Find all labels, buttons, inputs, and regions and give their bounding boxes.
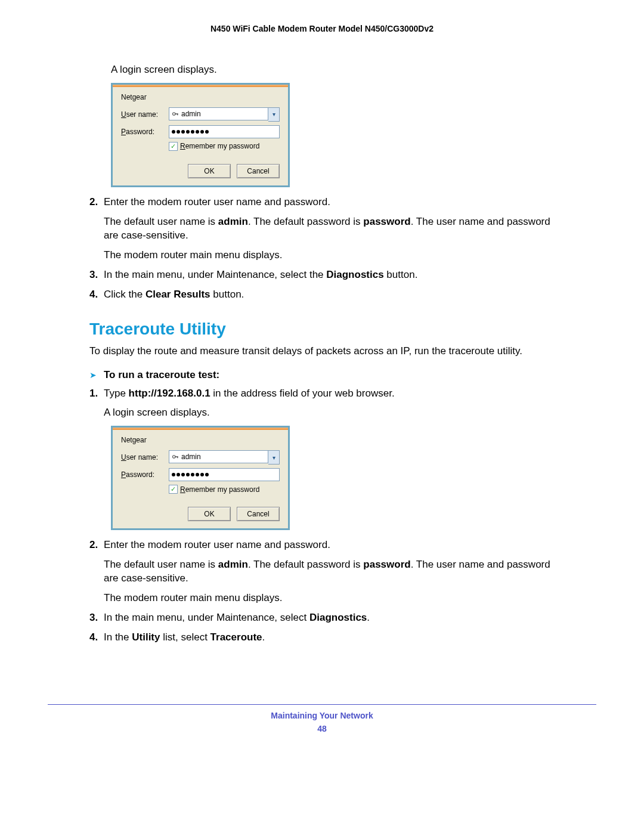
username-label: User name: <box>121 453 169 462</box>
arrow-icon: ➤ <box>89 370 97 380</box>
step-number: 2. <box>89 196 104 262</box>
username-value: admin <box>181 110 201 118</box>
ok-button[interactable]: OK <box>188 507 231 521</box>
document-header: N450 WiFi Cable Modem Router Model N450/… <box>89 24 555 33</box>
chevron-down-icon: ▾ <box>273 111 275 117</box>
step-paragraph: The default user name is admin. The defa… <box>104 558 555 586</box>
username-dropdown-button[interactable]: ▾ <box>268 107 280 122</box>
step-paragraph: The default user name is admin. The defa… <box>104 215 555 243</box>
step-text: In the Utility list, select Traceroute. <box>104 631 555 645</box>
step-text: Enter the modem router user name and pas… <box>104 538 555 552</box>
key-icon <box>172 110 179 117</box>
username-field[interactable]: admin <box>169 450 268 463</box>
chevron-down-icon: ▾ <box>273 454 275 461</box>
cancel-button[interactable]: Cancel <box>237 164 280 178</box>
password-field[interactable] <box>169 125 280 138</box>
key-icon <box>172 453 179 460</box>
step-number: 2. <box>89 538 104 605</box>
step-number: 3. <box>89 611 104 625</box>
cancel-button[interactable]: Cancel <box>237 507 280 521</box>
svg-rect-5 <box>177 457 178 459</box>
step-paragraph: The modem router main menu displays. <box>104 592 555 605</box>
password-field[interactable] <box>169 468 280 481</box>
dialog-realm: Netgear <box>121 436 280 444</box>
step-number: 1. <box>89 387 104 420</box>
username-field[interactable]: admin <box>169 107 268 120</box>
svg-rect-2 <box>177 113 178 115</box>
section-title-traceroute: Traceroute Utility <box>89 320 555 339</box>
step-text: Click the Clear Results button. <box>104 288 555 302</box>
step-number: 4. <box>89 631 104 645</box>
login-dialog: Netgear User name: admin ▾ <box>111 426 290 530</box>
step-text: Enter the modem router user name and pas… <box>104 196 555 209</box>
login-dialog: Netgear User name: admin ▾ <box>111 83 290 187</box>
remember-checkbox[interactable]: ✓ <box>169 142 178 151</box>
footer-chapter: Maintaining Your Network <box>0 711 644 720</box>
footer-rule <box>48 704 596 705</box>
remember-label: Remember my password <box>180 142 259 150</box>
login-screen-caption: A login screen displays. <box>111 63 555 77</box>
ok-button[interactable]: OK <box>188 164 231 178</box>
dialog-realm: Netgear <box>121 93 280 101</box>
step-number: 4. <box>89 288 104 302</box>
username-label: User name: <box>121 110 169 119</box>
footer-page-number: 48 <box>0 724 644 733</box>
login-screen-caption: A login screen displays. <box>104 406 555 420</box>
step-text: Type http://192.168.0.1 in the address f… <box>104 387 555 401</box>
remember-checkbox[interactable]: ✓ <box>169 485 178 494</box>
step-number: 3. <box>89 268 104 282</box>
username-dropdown-button[interactable]: ▾ <box>268 450 280 465</box>
remember-label: Remember my password <box>180 485 259 494</box>
password-label: Password: <box>121 128 169 136</box>
section-intro: To display the route and measure transit… <box>89 345 555 358</box>
step-paragraph: The modem router main menu displays. <box>104 249 555 262</box>
password-label: Password: <box>121 470 169 479</box>
step-text: In the main menu, under Maintenance, sel… <box>104 611 555 625</box>
username-value: admin <box>181 453 201 461</box>
procedure-title: To run a traceroute test: <box>104 369 219 381</box>
step-text: In the main menu, under Maintenance, sel… <box>104 268 555 282</box>
